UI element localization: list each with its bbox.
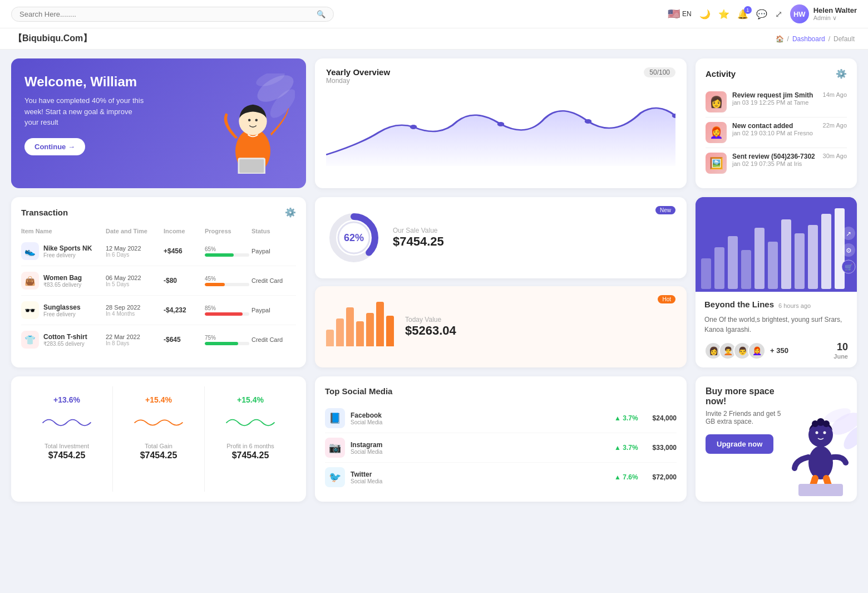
yearly-overview-card: Yearly Overview Monday 50/100 [315,58,687,188]
activity-avatar: 👩‍🦰 [706,122,727,143]
flag-icon: 🇺🇸 [668,8,680,20]
activity-title-text: Sent review (504)236-7302 [732,153,817,160]
activity-avatar: 🖼️ [706,153,727,174]
svg-point-5 [248,119,251,121]
stat-item: +15.4% Profit in 6 months $7454.25 [205,386,296,492]
table-row: 👕 Cotton T-shirt ₹283.65 delivery 22 Mar… [21,325,296,354]
beyond-card: ↗ ⚙ 🛒 Beyond the Lines 6 hours ago One O… [696,197,857,367]
upgrade-button[interactable]: Upgrade now [706,434,773,454]
stat-percentage: +13.6% [27,395,107,404]
transaction-table: Item Name Date and Time Income Progress … [21,226,296,354]
item-name: Sunglasses [43,303,81,311]
beyond-avatar: 👩‍🦰 [748,342,766,360]
sale-info: Our Sale Value $7454.25 [393,227,644,249]
table-row: 👟 Nike Sports NK Free delivery 12 May 20… [21,237,296,266]
activity-settings-button[interactable]: ⚙️ [836,68,847,79]
activity-time: 30m Ago [823,153,847,159]
home-icon[interactable]: 🏠 [776,35,784,43]
mini-bar-item [386,316,394,346]
social-name: Twitter [351,471,382,478]
svg-rect-23 [768,242,778,289]
beyond-time: 6 hours ago [778,302,811,309]
welcome-subtitle: You have completed 40% of your this week… [24,95,147,128]
language-selector[interactable]: 🇺🇸 EN [668,8,692,20]
item-status: Paypal [251,307,296,313]
mini-bar-chart [326,307,394,346]
item-name-wrap: Cotton T-shirt ₹283.65 delivery [43,333,87,347]
item-status: Paypal [251,248,296,254]
star-icon[interactable]: ⭐ [718,9,729,19]
stat-value: $7454.25 [210,450,290,460]
svg-rect-27 [821,214,831,289]
svg-point-11 [497,122,505,126]
item-name-wrap: Sunglasses Free delivery [43,303,81,317]
svg-rect-22 [754,228,765,289]
donut-label: 62% [344,232,364,244]
activity-subtitle: jan 02 19 03:10 PM at Fresno [732,130,817,136]
svg-rect-24 [781,219,791,289]
stat-value: $7454.25 [119,450,199,460]
social-info: Facebook Social Media [351,411,382,425]
item-name-wrap: Women Bag ₹83.65 delivery [43,274,82,288]
item-sub: Free delivery [43,252,92,258]
search-icon: 🔍 [317,10,326,18]
transaction-settings-button[interactable]: ⚙️ [285,207,296,218]
continue-button[interactable]: Continue → [24,138,85,155]
avatar: HW [790,4,809,23]
svg-rect-20 [728,236,738,289]
notification-badge: 1 [744,6,752,14]
message-icon[interactable]: 💬 [756,9,767,19]
social-list: 📘 Facebook Social Media ▲ 3.7% $24,000 📷… [325,404,677,492]
welcome-card: Welcome, William You have completed 40% … [11,58,306,188]
stat-label: Total Gain [119,443,199,449]
breadcrumb-dashboard[interactable]: Dashboard [792,35,825,43]
item-date: 12 May 2022 In 6 Days [106,245,161,258]
item-date: 06 May 2022 In 5 Days [106,275,161,287]
item-progress: 45% [205,276,249,286]
search-bar[interactable]: 🔍 [11,7,334,22]
social-name: Instagram [351,441,382,449]
yearly-badge: 50/100 [644,67,675,77]
beyond-count: + 350 [770,346,788,355]
user-details: Helen Walter Admin ∨ [813,6,857,22]
language-label: EN [682,10,692,18]
svg-point-39 [808,446,833,479]
beyond-footer: 👩🧑‍🦱👨👩‍🦰 + 350 10 June [704,341,848,360]
nav-icons: 🇺🇸 EN 🌙 ⭐ 🔔 1 💬 ⤢ HW Helen Walter Admin … [668,4,857,23]
search-input[interactable] [19,10,317,18]
user-menu[interactable]: HW Helen Walter Admin ∨ [790,4,857,23]
item-icon: 👕 [21,331,39,349]
stat-item: +15.4% Total Gain $7454.25 [113,386,205,492]
activity-subtitle: jan 03 19 12:25 PM at Tame [732,99,817,106]
col-item: Item Name [21,228,103,234]
social-icon: 📘 [325,408,345,428]
fullscreen-icon[interactable]: ⤢ [775,9,782,19]
activity-info: Review request jim Smith jan 03 19 12:25… [732,91,817,106]
item-sub: ₹83.65 delivery [43,282,82,288]
notification-bell[interactable]: 🔔 1 [737,9,748,19]
breadcrumb-bar: 【Biqubiqu.Com】 🏠 / Dashboard / Default [0,28,868,50]
transaction-title: Transaction [21,208,68,217]
main-content: Welcome, William You have completed 40% … [0,50,868,511]
buy-description: Invite 2 Friends and get 5 GB extra spac… [706,410,783,425]
activity-header: Activity ⚙️ [706,68,847,79]
social-percentage: ▲ 3.7% [614,414,638,422]
stat-item: +13.6% Total Investment $7454.25 [21,386,113,492]
social-icon: 🐦 [325,467,345,487]
activity-time: 22m Ago [823,122,847,129]
today-label: Today Value [405,316,647,324]
yearly-title: Yearly Overview Monday [326,67,390,91]
mini-bar-item [366,313,374,346]
svg-rect-26 [808,225,818,289]
item-income: -$80 [164,277,203,285]
transaction-card: Transaction ⚙️ Item Name Date and Time I… [11,197,306,367]
beyond-chart: ↗ ⚙ 🛒 [696,197,857,292]
dark-mode-toggle[interactable]: 🌙 [699,9,711,19]
top-navigation: 🔍 🇺🇸 EN 🌙 ⭐ 🔔 1 💬 ⤢ HW Helen Walter Admi… [0,0,868,28]
item-progress: 65% [205,246,249,257]
beyond-description: One Of the world,s brightest, young surf… [704,315,848,335]
beyond-avatars: 👩🧑‍🦱👨👩‍🦰 [704,342,762,360]
activity-list: 👩 Review request jim Smith jan 03 19 12:… [706,87,847,178]
social-item: 📘 Facebook Social Media ▲ 3.7% $24,000 [325,404,677,433]
svg-text:↗: ↗ [846,230,851,238]
